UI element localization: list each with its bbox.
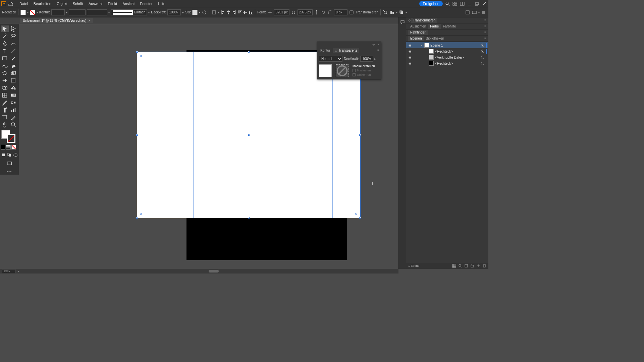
selection-tool-icon[interactable] <box>1 25 9 32</box>
fill-swatch-dropdown-icon[interactable] <box>27 10 29 14</box>
arrange-documents-icon[interactable] <box>452 1 458 6</box>
direct-selection-tool-icon[interactable] <box>9 25 17 32</box>
align-hcenter-icon[interactable] <box>226 10 231 15</box>
gradient-tool-icon[interactable] <box>9 92 17 99</box>
selection-handle[interactable] <box>136 217 138 219</box>
variable-width-profile[interactable] <box>69 9 86 15</box>
menu-effect[interactable]: Effekt <box>105 2 120 6</box>
rotate-icon[interactable] <box>321 10 326 15</box>
corner-type-icon[interactable] <box>349 10 354 15</box>
link-wh-icon[interactable] <box>291 10 296 15</box>
draw-inside-icon[interactable] <box>13 152 18 158</box>
graph-tool-icon[interactable] <box>9 107 17 113</box>
draw-normal-icon[interactable] <box>1 152 6 158</box>
isolate-icon[interactable] <box>383 10 388 15</box>
align-right-icon[interactable] <box>231 10 236 15</box>
document-tab[interactable]: Unbenannt-1* @ 25 % (CMYK/Vorschau) × <box>20 18 93 23</box>
line-tool-icon[interactable] <box>9 48 17 54</box>
arrange-icon[interactable] <box>399 10 404 15</box>
slice-tool-icon[interactable] <box>9 114 17 121</box>
tab-kontur[interactable]: Kontur <box>318 48 332 53</box>
selection-handle[interactable] <box>136 134 138 136</box>
workspace-switcher-icon[interactable] <box>460 1 465 6</box>
layers-list[interactable]: ◉ ▾ Ebene 1 ◉ <Rechteck> ◉ <box>406 42 488 263</box>
tab-pathfinder[interactable]: Pathfinder <box>408 30 428 35</box>
panel-menu-icon[interactable]: ≡ <box>484 18 486 22</box>
align-top-icon[interactable] <box>237 10 242 15</box>
width-tool-icon[interactable] <box>1 77 9 84</box>
delete-layer-icon[interactable] <box>482 264 486 268</box>
shape-builder-tool-icon[interactable] <box>1 84 9 91</box>
rotate-tool-icon[interactable] <box>1 70 9 76</box>
selection-handle[interactable] <box>248 217 250 219</box>
layer-row[interactable]: ◉ ▾ Ebene 1 <box>406 42 488 48</box>
visibility-toggle-icon[interactable]: ◉ <box>408 62 412 65</box>
target-icon[interactable] <box>481 56 484 59</box>
selection-handle[interactable] <box>359 217 361 219</box>
blend-mode-select[interactable]: Normal <box>319 56 342 62</box>
comments-panel-icon[interactable] <box>400 19 405 25</box>
window-restore-icon[interactable] <box>474 1 480 6</box>
pen-tool-icon[interactable] <box>1 40 9 47</box>
locate-object-icon[interactable] <box>452 264 456 268</box>
free-transform-tool-icon[interactable] <box>9 77 17 84</box>
type-tool-icon[interactable]: T <box>1 48 9 54</box>
align-left-icon[interactable] <box>221 10 225 15</box>
visibility-toggle-icon[interactable]: ◉ <box>408 56 412 59</box>
make-clipping-mask-icon[interactable] <box>464 264 468 268</box>
rectangle-tool-icon[interactable] <box>1 55 9 62</box>
visibility-toggle-icon[interactable]: ◉ <box>408 44 412 47</box>
corner-widget-icon[interactable] <box>140 55 142 57</box>
transparency-panel[interactable]: ◂◂ × Kontur ◇ Transparenz ≡ Normal Deckk… <box>317 42 381 79</box>
chevron-down-icon[interactable] <box>396 10 397 14</box>
style-dropdown-icon[interactable] <box>199 10 200 14</box>
target-icon[interactable] <box>481 44 484 47</box>
stroke-swatch[interactable] <box>30 10 35 15</box>
panel-close-icon[interactable]: × <box>377 43 379 47</box>
chevron-down-icon[interactable] <box>406 10 407 14</box>
opacity-field[interactable]: 100% <box>167 9 181 15</box>
menu-select[interactable]: Auswahl <box>86 2 105 6</box>
make-mask-button[interactable]: Maske erstellen <box>353 64 375 68</box>
paintbrush-tool-icon[interactable] <box>9 55 17 62</box>
layer-row[interactable]: ◉ <Verknüpfte Datei> <box>406 54 488 60</box>
scrollbar-thumb[interactable] <box>209 270 219 273</box>
shape-width-field[interactable]: 3201 px <box>274 9 289 15</box>
window-close-icon[interactable] <box>482 1 487 6</box>
eraser-tool-icon[interactable] <box>9 62 17 69</box>
edit-toolbar-icon[interactable]: ••• <box>7 170 12 173</box>
tab-transparenz[interactable]: ◇ Transparenz <box>333 48 359 53</box>
menu-file[interactable]: Datei <box>17 2 31 6</box>
shaper-tool-icon[interactable] <box>1 62 9 69</box>
layer-row[interactable]: ◉ <Rechteck> <box>406 48 488 54</box>
panel-menu-icon[interactable]: ≡ <box>484 31 486 34</box>
recolor-artwork-icon[interactable] <box>202 10 207 15</box>
target-icon[interactable] <box>481 62 484 65</box>
menu-help[interactable]: Hilfe <box>155 2 168 6</box>
tab-bibliotheken[interactable]: Bibliotheken <box>424 36 446 41</box>
fill-stroke-swatches[interactable] <box>1 130 17 143</box>
stroke-swatch-dropdown-icon[interactable] <box>37 10 38 14</box>
opacity-mask-thumb[interactable] <box>336 64 348 77</box>
perspective-grid-tool-icon[interactable] <box>9 84 17 91</box>
brush-definition[interactable]: Einfach <box>111 9 147 15</box>
align-to-dropdown-icon[interactable] <box>211 10 217 15</box>
magic-wand-tool-icon[interactable] <box>1 33 9 40</box>
hand-tool-icon[interactable] <box>1 121 9 128</box>
draw-behind-icon[interactable] <box>7 152 12 158</box>
opacity-field[interactable]: 100% <box>360 56 373 62</box>
tab-ebenen[interactable]: Ebenen <box>408 36 424 41</box>
chevron-down-icon[interactable] <box>478 10 480 14</box>
chevron-down-icon[interactable] <box>218 10 219 14</box>
selection-handle[interactable] <box>248 51 250 53</box>
eyedropper-tool-icon[interactable] <box>1 99 9 106</box>
tab-farbe[interactable]: Farbe <box>428 24 441 29</box>
mesh-tool-icon[interactable] <box>1 92 9 99</box>
corner-radius-field[interactable]: 0 px <box>334 9 347 15</box>
transform-panel-link[interactable]: Transformieren <box>356 10 378 14</box>
lasso-tool-icon[interactable] <box>9 33 17 40</box>
layer-name[interactable]: <Verknüpfte Datei> <box>435 56 480 59</box>
corner-widget-icon[interactable] <box>140 213 142 215</box>
stroke-weight-field[interactable] <box>51 9 65 15</box>
blend-tool-icon[interactable] <box>9 99 17 106</box>
